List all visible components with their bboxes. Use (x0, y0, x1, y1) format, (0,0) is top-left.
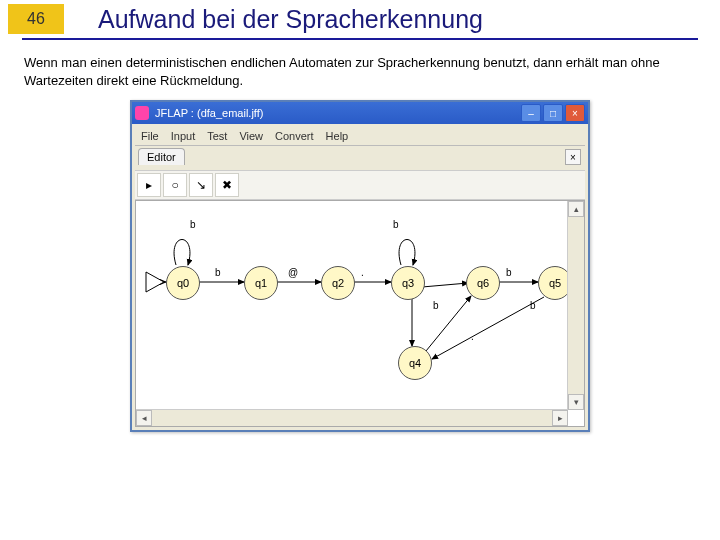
app-window: JFLAP : (dfa_email.jff) – □ × File Input… (130, 100, 590, 432)
scroll-left-icon[interactable]: ◂ (136, 410, 152, 426)
slide-title: Aufwand bei der Spracherkennung (98, 5, 483, 34)
app-icon (135, 106, 149, 120)
canvas-wrap: q0 q1 q2 q3 q6 q5 q4 b b @ . b b b b . (135, 200, 585, 427)
maximize-button[interactable]: □ (543, 104, 563, 122)
automaton-canvas[interactable]: q0 q1 q2 q3 q6 q5 q4 b b @ . b b b b . (136, 201, 568, 410)
tool-edge[interactable]: ↘ (189, 173, 213, 197)
edge-label: b (530, 300, 536, 311)
edge-label: b (506, 267, 512, 278)
state-q1[interactable]: q1 (244, 266, 278, 300)
edge-label: b (190, 219, 196, 230)
state-q0[interactable]: q0 (166, 266, 200, 300)
menu-convert[interactable]: Convert (275, 130, 314, 142)
tab-row: Editor × (135, 146, 585, 170)
scroll-right-icon[interactable]: ▸ (552, 410, 568, 426)
menu-file[interactable]: File (141, 130, 159, 142)
slide-header: 46 Aufwand bei der Spracherkennung (0, 0, 720, 34)
menu-test[interactable]: Test (207, 130, 227, 142)
menubar: File Input Test View Convert Help (135, 127, 585, 146)
tool-delete[interactable]: ✖ (215, 173, 239, 197)
scroll-up-icon[interactable]: ▴ (568, 201, 584, 217)
titlebar[interactable]: JFLAP : (dfa_email.jff) – □ × (132, 102, 588, 124)
window-title: JFLAP : (dfa_email.jff) (155, 107, 263, 119)
edge-label: b (215, 267, 221, 278)
divider (22, 38, 698, 40)
menu-input[interactable]: Input (171, 130, 195, 142)
slide-number: 46 (8, 4, 64, 34)
horizontal-scrollbar[interactable]: ◂ ▸ (136, 409, 568, 426)
slide-body: Wenn man einen deterministischen endlich… (24, 54, 696, 90)
tool-state[interactable]: ○ (163, 173, 187, 197)
state-q2[interactable]: q2 (321, 266, 355, 300)
minimize-button[interactable]: – (521, 104, 541, 122)
window-buttons: – □ × (521, 104, 585, 122)
tab-editor[interactable]: Editor (138, 148, 185, 165)
close-button[interactable]: × (565, 104, 585, 122)
scroll-down-icon[interactable]: ▾ (568, 394, 584, 410)
state-q6[interactable]: q6 (466, 266, 500, 300)
edge-label: b (393, 219, 399, 230)
edge-label: . (361, 267, 364, 278)
state-q3[interactable]: q3 (391, 266, 425, 300)
edge-label: @ (288, 267, 298, 278)
menu-view[interactable]: View (239, 130, 263, 142)
window-inner: File Input Test View Convert Help Editor… (132, 124, 588, 430)
titlebar-left: JFLAP : (dfa_email.jff) (135, 106, 263, 120)
slide: 46 Aufwand bei der Spracherkennung Wenn … (0, 0, 720, 540)
edges-svg (136, 201, 576, 411)
edge-label: . (471, 331, 474, 342)
edge-label: b (433, 300, 439, 311)
tab-close-button[interactable]: × (565, 149, 581, 165)
state-q4[interactable]: q4 (398, 346, 432, 380)
toolbar: ▸ ○ ↘ ✖ (135, 170, 585, 200)
tool-arrow[interactable]: ▸ (137, 173, 161, 197)
menu-help[interactable]: Help (326, 130, 349, 142)
vertical-scrollbar[interactable]: ▴ ▾ (567, 201, 584, 410)
